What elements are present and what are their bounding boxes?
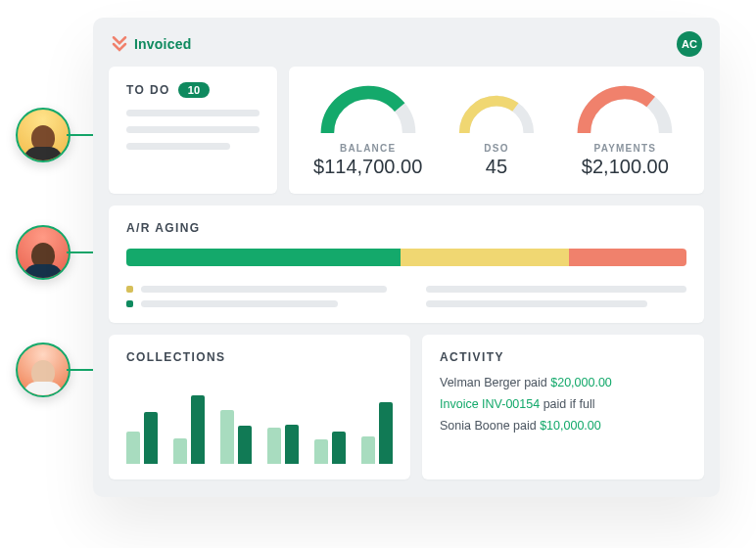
collections-title: COLLECTIONS — [126, 350, 393, 364]
ar-aging-bar — [126, 249, 686, 266]
dashboard: Invoiced AC TO DO 10 — [93, 18, 720, 497]
collections-card[interactable]: COLLECTIONS — [109, 335, 410, 480]
avatar — [16, 108, 71, 162]
activity-title: ACTIVITY — [440, 350, 686, 364]
avatar — [16, 342, 71, 397]
ar-aging-title: A/R AGING — [126, 221, 686, 235]
brand[interactable]: Invoiced — [111, 35, 191, 53]
ar-aging-card[interactable]: A/R AGING — [109, 206, 704, 323]
kpi-dso-value: 45 — [486, 156, 507, 178]
todo-count-badge: 10 — [178, 82, 210, 98]
kpi-dso-label: DSO — [484, 143, 508, 154]
kpi-payments-value: $2,100.00 — [582, 156, 669, 178]
avatar — [16, 225, 71, 280]
brand-name: Invoiced — [134, 36, 191, 52]
kpi-payments[interactable]: PAYMENTS $2,100.00 — [564, 82, 686, 178]
kpi-balance-value: $114,700.00 — [313, 156, 422, 178]
ar-aging-legend — [126, 278, 686, 307]
todo-card[interactable]: TO DO 10 — [109, 67, 277, 194]
kpi-payments-label: PAYMENTS — [594, 143, 657, 154]
activity-card[interactable]: ACTIVITY Velman Berger paid $20,000.00In… — [422, 335, 704, 480]
user-avatar[interactable]: AC — [677, 31, 702, 57]
todo-title: TO DO — [126, 83, 170, 97]
activity-list: Velman Berger paid $20,000.00Invoice INV… — [440, 376, 686, 433]
brand-logo-icon — [111, 35, 128, 53]
collections-chart — [126, 378, 393, 464]
activity-item[interactable]: Invoice INV-00154 paid if full — [440, 397, 686, 411]
todo-placeholder-lines — [126, 110, 260, 150]
kpi-balance-label: BALANCE — [340, 143, 396, 154]
kpi-balance[interactable]: BALANCE $114,700.00 — [307, 82, 429, 178]
kpi-card: BALANCE $114,700.00 DSO 45 — [289, 67, 704, 194]
kpi-dso[interactable]: DSO 45 — [435, 93, 557, 178]
activity-item[interactable]: Velman Berger paid $20,000.00 — [440, 376, 686, 389]
activity-item[interactable]: Sonia Boone paid $10,000.00 — [440, 419, 686, 433]
profile-floaters — [16, 108, 71, 397]
header: Invoiced AC — [109, 31, 704, 67]
